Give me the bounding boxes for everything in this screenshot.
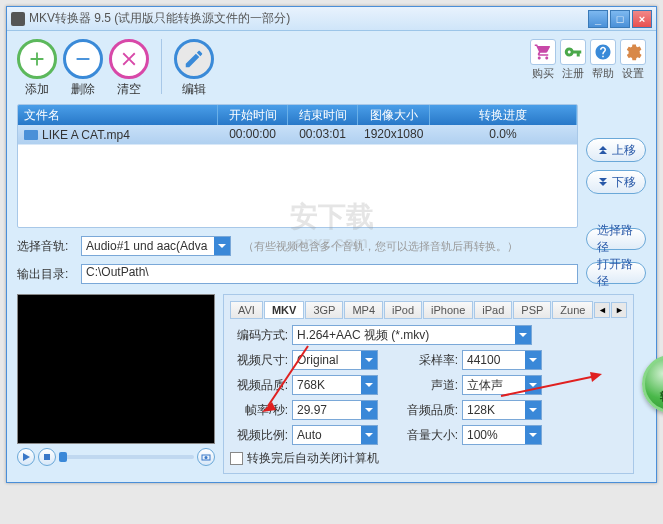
cart-icon [530, 39, 556, 65]
tab-prev-button[interactable]: ◄ [594, 302, 610, 318]
toolbar: 添加 删除 清空 [17, 39, 646, 98]
help-icon [590, 39, 616, 65]
tab-zune[interactable]: Zune [552, 301, 593, 319]
titlebar: MKV转换器 9.5 (试用版只能转换源文件的一部分) _ □ × [7, 7, 656, 31]
tab-avi[interactable]: AVI [230, 301, 263, 319]
chevron-down-icon [525, 376, 541, 394]
col-filename[interactable]: 文件名 [18, 105, 218, 125]
tab-mkv[interactable]: MKV [264, 301, 304, 319]
window-title: MKV转换器 9.5 (试用版只能转换源文件的一部分) [29, 10, 588, 27]
chevron-down-icon [525, 351, 541, 369]
x-icon [109, 39, 149, 79]
vsize-label: 视频尺寸: [230, 352, 288, 369]
minimize-button[interactable]: _ [588, 10, 608, 28]
add-button[interactable]: 添加 [17, 39, 57, 98]
shutdown-label: 转换完后自动关闭计算机 [247, 450, 379, 467]
chevron-down-icon [515, 326, 531, 344]
vratio-label: 视频比例: [230, 427, 288, 444]
tab-iphone[interactable]: iPhone [423, 301, 473, 319]
delete-button[interactable]: 删除 [63, 39, 103, 98]
sample-rate-select[interactable]: 44100 [462, 350, 542, 370]
audio-hint: （有些视频包含多个音轨，您可以选择音轨后再转换。） [243, 239, 518, 254]
fps-label: 帧率/秒: [230, 402, 288, 419]
gear-icon [620, 39, 646, 65]
chevron-down-icon [525, 426, 541, 444]
chevron-down-icon [214, 237, 230, 255]
audio-label: 选择音轨: [17, 238, 75, 255]
tab-ipod[interactable]: iPod [384, 301, 422, 319]
clear-button[interactable]: 清空 [109, 39, 149, 98]
format-tabs: AVI MKV 3GP MP4 iPod iPhone iPad PSP Zun… [230, 301, 627, 319]
preview-area [17, 294, 215, 444]
encoding-select[interactable]: H.264+AAC 视频 (*.mkv) [292, 325, 532, 345]
move-up-button[interactable]: 上移 [586, 138, 646, 162]
file-icon [24, 130, 38, 140]
open-path-button[interactable]: 打开路径 [586, 262, 646, 284]
app-window: MKV转换器 9.5 (试用版只能转换源文件的一部分) _ □ × 添加 [6, 6, 657, 483]
tab-ipad[interactable]: iPad [474, 301, 512, 319]
maximize-button[interactable]: □ [610, 10, 630, 28]
video-size-select[interactable]: Original [292, 350, 378, 370]
audio-track-select[interactable]: Audio#1 und aac(Adva [81, 236, 231, 256]
format-panel: AVI MKV 3GP MP4 iPod iPhone iPad PSP Zun… [223, 294, 634, 474]
vbit-label: 视频品质: [230, 377, 288, 394]
register-button[interactable]: 注册 [560, 39, 586, 81]
close-button[interactable]: × [632, 10, 652, 28]
audio-bitrate-select[interactable]: 128K [462, 400, 542, 420]
edit-icon [174, 39, 214, 79]
tab-3gp[interactable]: 3GP [305, 301, 343, 319]
tab-next-button[interactable]: ► [611, 302, 627, 318]
col-end[interactable]: 结束时间 [288, 105, 358, 125]
divider [161, 39, 162, 94]
play-button[interactable] [17, 448, 35, 466]
chevron-down-icon [361, 426, 377, 444]
col-progress[interactable]: 转换进度 [430, 105, 577, 125]
buy-button[interactable]: 购买 [530, 39, 556, 81]
chevron-down-icon [525, 401, 541, 419]
minus-icon [63, 39, 103, 79]
encoding-label: 编码方式: [230, 327, 288, 344]
fps-select[interactable]: 29.97 [292, 400, 378, 420]
svg-point-2 [205, 456, 208, 459]
file-table: 文件名 开始时间 结束时间 图像大小 转换进度 LIKE A CAT.mp4 0… [17, 104, 578, 228]
double-up-icon [597, 144, 609, 156]
col-start[interactable]: 开始时间 [218, 105, 288, 125]
double-down-icon [597, 176, 609, 188]
chevron-down-icon [361, 401, 377, 419]
stop-button[interactable] [38, 448, 56, 466]
tab-psp[interactable]: PSP [513, 301, 551, 319]
channel-label: 声道: [400, 377, 458, 394]
output-label: 输出目录: [17, 266, 75, 283]
snapshot-button[interactable] [197, 448, 215, 466]
svg-rect-0 [44, 454, 50, 460]
app-icon [11, 12, 25, 26]
volume-select[interactable]: 100% [462, 425, 542, 445]
chevron-down-icon [361, 351, 377, 369]
output-path-input[interactable]: C:\OutPath\ [81, 264, 578, 284]
plus-icon [17, 39, 57, 79]
vol-label: 音量大小: [400, 427, 458, 444]
tab-mp4[interactable]: MP4 [344, 301, 383, 319]
video-bitrate-select[interactable]: 768K [292, 375, 378, 395]
preview-slider[interactable] [59, 455, 194, 459]
srate-label: 采样率: [400, 352, 458, 369]
convert-button[interactable]: 转换 [642, 355, 663, 413]
abit-label: 音频品质: [400, 402, 458, 419]
move-down-button[interactable]: 下移 [586, 170, 646, 194]
col-size[interactable]: 图像大小 [358, 105, 430, 125]
key-icon [560, 39, 586, 65]
shutdown-checkbox[interactable] [230, 452, 243, 465]
select-path-button[interactable]: 选择路径 [586, 228, 646, 250]
chevron-down-icon [361, 376, 377, 394]
edit-button[interactable]: 编辑 [174, 39, 214, 98]
help-button[interactable]: 帮助 [590, 39, 616, 81]
table-row[interactable]: LIKE A CAT.mp4 00:00:00 00:03:01 1920x10… [18, 125, 577, 145]
channel-select[interactable]: 立体声 [462, 375, 542, 395]
settings-button[interactable]: 设置 [620, 39, 646, 81]
video-ratio-select[interactable]: Auto [292, 425, 378, 445]
